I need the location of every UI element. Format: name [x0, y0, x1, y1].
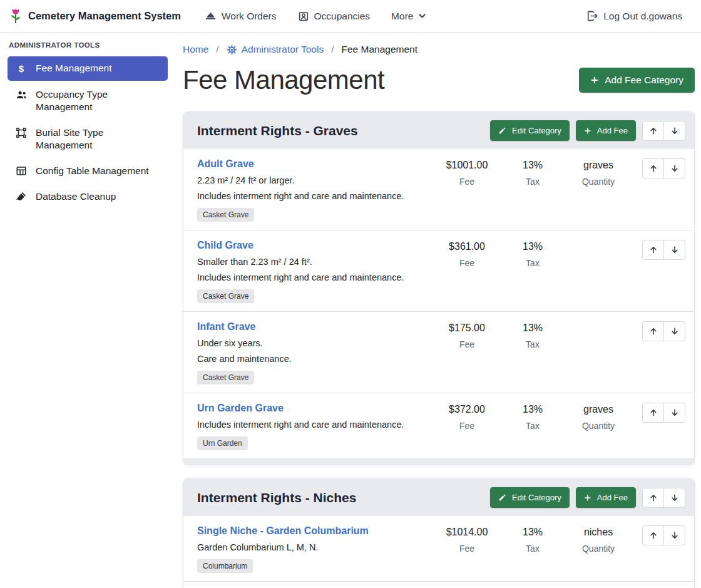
sidebar-item-label: Config Table Management — [36, 165, 149, 177]
fee-reorder-group — [642, 403, 685, 423]
fee-description: Includes interment right and care and ma… — [197, 272, 432, 282]
category-header: Interment Rights - Niches Edit Category … — [183, 479, 694, 516]
fee-name-link[interactable]: Single Niche - Garden Columbarium — [197, 525, 369, 537]
people-icon — [15, 89, 28, 101]
fee-quantity-column: graves Quantity — [564, 158, 633, 187]
fee-amount-value: $1001.00 — [432, 160, 501, 171]
category-actions: Edit Category Add Fee — [490, 120, 685, 141]
fee-amount-column: $175.00 Fee — [432, 321, 501, 349]
sidebar: ADMINISTRATOR TOOLS $ Fee Management Occ… — [0, 33, 175, 223]
move-fee-up-button[interactable] — [642, 158, 664, 178]
fee-descriptions: Smaller than 2.23 m² / 24 ft².Includes i… — [197, 257, 432, 282]
arrow-up-icon — [649, 164, 658, 173]
category-title: Interment Rights - Niches — [197, 490, 484, 505]
edit-category-button[interactable]: Edit Category — [490, 487, 570, 508]
move-fee-down-button[interactable] — [663, 525, 685, 545]
sidebar-item-label: Occupancy Type Management — [36, 88, 160, 113]
move-fee-up-button[interactable] — [642, 403, 664, 423]
move-category-down-button[interactable] — [663, 121, 685, 141]
add-fee-category-button[interactable]: Add Fee Category — [579, 68, 695, 93]
nav-work-orders[interactable]: Work Orders — [197, 5, 284, 27]
fee-quantity-label: Quantity — [564, 177, 633, 187]
nav-occupancies[interactable]: Occupancies — [290, 6, 378, 27]
fee-reorder-group — [642, 240, 685, 260]
fee-tax-label: Tax — [501, 421, 564, 431]
fee-quantity-column: niches Quantity — [564, 525, 633, 554]
fee-reorder-group — [642, 321, 685, 341]
sidebar-item-label: Burial Site Type Management — [36, 126, 160, 152]
fee-descriptions: Under six years.Care and maintenance. — [197, 338, 432, 364]
logout-button[interactable]: Log Out d.gowans — [579, 5, 690, 27]
sidebar-item-database-cleanup[interactable]: Database Cleanup — [8, 185, 168, 209]
move-fee-up-button[interactable] — [642, 240, 664, 260]
arrow-up-icon — [649, 493, 658, 502]
fee-quantity-value: niches — [564, 527, 633, 538]
move-category-down-button[interactable] — [663, 488, 685, 508]
category-fee-list: Single Niche - Garden Columbarium Garden… — [183, 516, 694, 588]
sidebar-item-config-table-management[interactable]: Config Table Management — [8, 159, 168, 183]
app: { "navbar": { "brand": "Cemetery Managem… — [0, 0, 701, 588]
move-fee-up-button[interactable] — [642, 525, 664, 545]
move-fee-down-button[interactable] — [663, 321, 685, 341]
fee-description: Care and maintenance. — [197, 354, 432, 364]
dollar-icon: $ — [15, 63, 28, 75]
fee-type-badge: Urn Garden — [197, 436, 248, 450]
app-title: Cemetery Management System — [28, 10, 181, 22]
tulip-logo-icon — [9, 8, 23, 24]
vector-square-icon — [15, 127, 28, 138]
fee-tax-label: Tax — [501, 258, 564, 268]
arrow-down-icon — [670, 245, 679, 254]
fee-quantity-column — [564, 240, 633, 247]
fee-amount-label: Fee — [432, 177, 501, 187]
breadcrumb-home-link[interactable]: Home — [183, 44, 208, 55]
sidebar-item-occupancy-type-management[interactable]: Occupancy Type Management — [8, 83, 168, 119]
breadcrumb-home-label: Home — [183, 44, 208, 55]
gear-icon — [227, 44, 237, 55]
fee-tax-value: 13% — [501, 241, 564, 252]
move-fee-down-button[interactable] — [663, 403, 685, 423]
category-title: Interment Rights - Graves — [197, 123, 484, 138]
add-fee-button[interactable]: Add Fee — [576, 487, 636, 508]
plus-icon — [584, 494, 591, 502]
breadcrumb-separator: / — [216, 44, 218, 55]
fee-row: Child Grave Smaller than 2.23 m² / 24 ft… — [183, 230, 694, 312]
fee-name-link[interactable]: Infant Grave — [197, 321, 255, 333]
fee-name-link[interactable]: Urn Garden Grave — [197, 403, 284, 414]
edit-category-button[interactable]: Edit Category — [490, 120, 570, 141]
fee-descriptions: Includes interment right and care and ma… — [197, 420, 432, 430]
fee-descriptions: 2.23 m² / 24 ft² or larger.Includes inte… — [197, 175, 432, 201]
edit-category-label: Edit Category — [512, 126, 561, 135]
sign-out-icon — [586, 10, 598, 22]
move-category-up-button[interactable] — [642, 121, 664, 141]
breadcrumb-admin-tools-link[interactable]: Administrator Tools — [227, 44, 324, 55]
fee-amount-value: $175.00 — [432, 322, 501, 334]
fee-amount-value: $361.00 — [432, 241, 501, 252]
add-fee-button[interactable]: Add Fee — [576, 120, 636, 141]
fee-name-link[interactable]: Adult Grave — [197, 158, 254, 170]
app-brand[interactable]: Cemetery Management System — [9, 8, 181, 24]
move-fee-down-button[interactable] — [663, 158, 685, 178]
nav-more[interactable]: More — [384, 6, 434, 27]
main-nav: Work Orders Occupancies More — [197, 5, 434, 27]
arrow-up-icon — [649, 245, 658, 254]
nav-work-orders-label: Work Orders — [222, 11, 277, 22]
move-fee-up-button[interactable] — [642, 321, 664, 341]
move-category-up-button[interactable] — [642, 488, 664, 508]
nav-occupancies-label: Occupancies — [314, 11, 371, 22]
fee-tax-column: 13% Tax — [501, 158, 564, 187]
fee-name-link[interactable]: Child Grave — [197, 240, 253, 251]
sidebar-heading: ADMINISTRATOR TOOLS — [9, 41, 166, 49]
arrow-down-icon — [670, 164, 679, 173]
sidebar-item-fee-management[interactable]: $ Fee Management — [8, 56, 168, 81]
occupancies-icon — [298, 11, 309, 22]
category-footer — [183, 458, 694, 464]
chevron-down-icon — [418, 12, 426, 20]
pencil-icon — [498, 126, 506, 135]
category-header: Interment Rights - Graves Edit Category … — [183, 112, 694, 149]
fee-quantity-column: graves Quantity — [564, 403, 633, 431]
move-fee-down-button[interactable] — [663, 240, 685, 260]
sidebar-item-burial-site-type-management[interactable]: Burial Site Type Management — [8, 121, 168, 157]
arrow-down-icon — [670, 493, 679, 502]
arrow-up-icon — [649, 531, 658, 540]
fee-reorder-group — [642, 158, 685, 178]
